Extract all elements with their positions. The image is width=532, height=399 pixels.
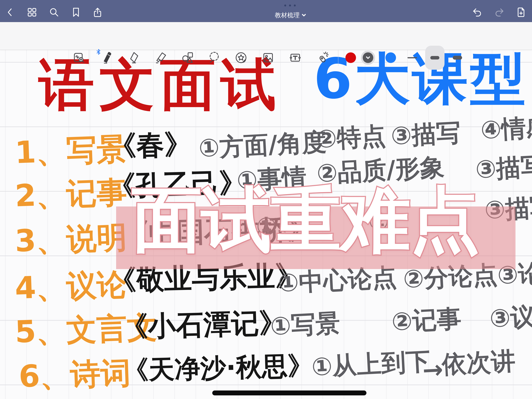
navigation-bar: 教材梳理	[0, 0, 532, 22]
home-indicator-bar[interactable]	[212, 391, 367, 395]
zoom-window-tool[interactable]	[73, 51, 85, 64]
note-item: ③描写	[475, 153, 532, 183]
lasso-tool[interactable]	[208, 51, 221, 64]
note-item: ②特点	[316, 123, 386, 152]
thickness-thin[interactable]	[407, 57, 417, 58]
note-row-label: 3、说明	[14, 221, 127, 257]
bluetooth-icon	[96, 49, 101, 55]
note-book-title: 《春》	[108, 129, 192, 161]
note-row-label: 6、诗词	[18, 357, 131, 393]
chevron-down-icon	[302, 14, 306, 17]
laser-pointer-tool[interactable]	[316, 51, 329, 64]
note-item: ①写景	[270, 310, 341, 339]
color-swatch-dark[interactable]	[363, 52, 373, 63]
thickness-medium[interactable]	[430, 56, 439, 59]
redo-icon[interactable]	[494, 7, 505, 18]
search-icon[interactable]	[49, 7, 59, 18]
share-icon[interactable]	[92, 7, 103, 18]
tools-toolbar	[0, 22, 532, 50]
highlighter-tool[interactable]	[155, 51, 168, 64]
back-icon[interactable]	[5, 7, 15, 18]
notebook-title-label: 教材梳理	[275, 11, 300, 19]
toolbar-divider	[338, 50, 338, 66]
add-page-icon[interactable]	[516, 7, 526, 18]
eraser-tool[interactable]	[128, 51, 141, 64]
note-item: ①从上到下	[311, 348, 431, 380]
note-item: ④情感	[480, 114, 532, 143]
pen-tool[interactable]	[101, 51, 114, 64]
note-item: ①方面/角度	[198, 129, 327, 161]
shapes-tool[interactable]	[181, 51, 194, 64]
note-item: ③描写	[390, 120, 462, 149]
toolbar-divider	[89, 50, 89, 66]
text-tool[interactable]	[289, 51, 302, 64]
note-title-red: 语文面试	[39, 56, 281, 114]
color-swatch-red[interactable]	[345, 52, 356, 63]
note-item: 依次讲	[441, 348, 516, 377]
arrow-right-glyph: →	[422, 356, 444, 383]
undo-icon[interactable]	[472, 7, 483, 18]
image-tool[interactable]	[262, 51, 275, 64]
color-swatch-blue[interactable]	[386, 52, 396, 63]
note-book-title: 《小石潭记》	[120, 308, 287, 341]
bookmark-icon[interactable]	[70, 7, 82, 18]
sticker-tool[interactable]	[234, 51, 247, 64]
note-book-title: 《天净沙·秋思》	[123, 352, 314, 384]
watermark-text: 面试重难点	[132, 184, 479, 255]
page-overview-icon[interactable]	[27, 7, 38, 18]
notebook-title[interactable]: 教材梳理	[261, 11, 320, 19]
thickness-thick[interactable]	[453, 56, 462, 60]
more-dots-icon[interactable]	[278, 3, 302, 8]
note-item: ②记事	[391, 305, 462, 335]
note-item: ③议论	[489, 302, 532, 332]
chevron-down-icon	[366, 56, 370, 59]
